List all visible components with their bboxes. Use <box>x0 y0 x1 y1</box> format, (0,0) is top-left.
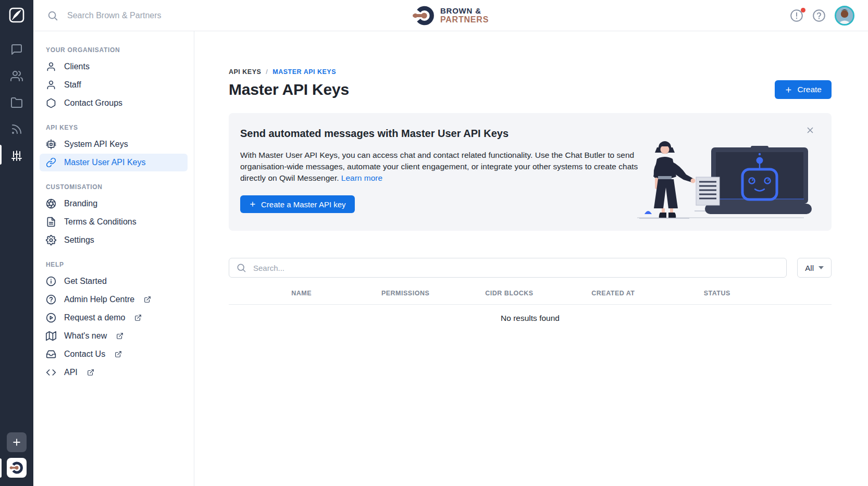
brand-text: BROWN & PARTNERS <box>440 7 489 24</box>
external-link-icon <box>134 314 142 321</box>
sidebar-item-staff[interactable]: Staff <box>40 76 188 94</box>
filter-row: All <box>229 258 832 278</box>
sidebar-item-admin-help-centre[interactable]: Admin Help Centre <box>40 291 188 308</box>
folder-icon[interactable] <box>10 96 23 109</box>
sidebar-item-label: Branding <box>64 199 97 208</box>
sidebar-item-whats-new[interactable]: What's new <box>40 327 188 345</box>
section-help: HELP Get Started Admin Help Centre Reque… <box>40 254 188 381</box>
main-content: API KEYS / MASTER API KEYS Master API Ke… <box>194 31 868 486</box>
create-master-api-key-button[interactable]: Create a Master API key <box>240 195 355 213</box>
chevron-down-icon <box>819 266 824 269</box>
play-circle-icon <box>46 313 56 323</box>
contacts-icon[interactable] <box>10 70 23 82</box>
brown-partners-org-icon[interactable] <box>7 458 27 478</box>
create-button-label: Create <box>797 85 822 94</box>
sidebar-item-label: Staff <box>64 80 81 90</box>
section-title: API KEYS <box>40 117 188 135</box>
brand-line1: BROWN & <box>440 7 489 15</box>
user-avatar[interactable] <box>835 6 854 26</box>
brand-logo[interactable]: BROWN & PARTNERS <box>413 4 489 27</box>
section-title: CUSTOMISATION <box>40 177 188 194</box>
sidebar-item-label: Request a demo <box>64 313 125 322</box>
column-permissions: PERMISSIONS <box>353 290 457 297</box>
search-icon <box>47 10 58 21</box>
cta-label: Create a Master API key <box>261 200 346 209</box>
gear-icon <box>46 235 56 245</box>
table-header: NAME PERMISSIONS CIDR BLOCKS CREATED AT … <box>229 290 832 305</box>
sidebar-item-label: API <box>64 368 78 377</box>
chat-bubble-icon[interactable] <box>10 43 23 56</box>
sidebar-item-branding[interactable]: Branding <box>40 195 188 213</box>
qwil-quill-logo-icon[interactable] <box>7 5 27 25</box>
create-button[interactable]: Create <box>775 80 832 99</box>
right-column: BROWN & PARTNERS <box>33 0 868 486</box>
section-customisation: CUSTOMISATION Branding Terms & Condition… <box>40 177 188 249</box>
top-header: BROWN & PARTNERS <box>33 0 868 31</box>
alerts-button[interactable] <box>790 9 803 22</box>
learn-more-link[interactable]: Learn more <box>341 173 382 182</box>
sidebar-item-api[interactable]: API <box>40 364 188 381</box>
map-icon <box>46 331 56 341</box>
hexagon-icon <box>46 98 56 108</box>
sidebar-item-clients[interactable]: Clients <box>40 58 188 76</box>
sidebar-item-label: Contact Groups <box>64 98 122 108</box>
external-link-icon <box>115 351 122 358</box>
column-cidr-blocks: CIDR BLOCKS <box>457 290 561 297</box>
file-text-icon <box>46 217 56 227</box>
close-icon[interactable] <box>805 126 815 135</box>
external-link-icon <box>87 369 94 376</box>
sidebar-item-contact-us[interactable]: Contact Us <box>40 345 188 363</box>
external-link-icon <box>144 296 151 303</box>
sidebar-item-terms-conditions[interactable]: Terms & Conditions <box>40 213 188 231</box>
sidebar-item-label: What's new <box>64 331 107 341</box>
plus-icon <box>249 201 256 208</box>
table-search[interactable] <box>229 258 787 278</box>
header-actions <box>790 6 854 26</box>
sidebar-item-system-api-keys[interactable]: System API Keys <box>40 135 188 153</box>
sidebar-item-label: Clients <box>64 62 90 71</box>
section-title: YOUR ORGANISATION <box>40 40 188 57</box>
page-head: Master API Keys Create <box>229 80 832 99</box>
banner-title: Send automated messages with Master User… <box>240 128 815 140</box>
empty-state-message: No results found <box>229 314 832 323</box>
plus-icon <box>785 86 792 94</box>
global-search-input[interactable] <box>66 10 234 21</box>
banner-body: With Master User API Keys, you can acces… <box>240 149 654 184</box>
sidebar-item-settings[interactable]: Settings <box>40 231 188 249</box>
body-region: YOUR ORGANISATION Clients Staff Contact … <box>33 31 868 486</box>
table-search-input[interactable] <box>252 263 779 273</box>
link-icon <box>46 157 56 168</box>
scope-filter-label: All <box>805 264 814 272</box>
sidebar-item-get-started[interactable]: Get Started <box>40 272 188 290</box>
column-status: STATUS <box>665 290 769 297</box>
code-icon <box>46 367 56 378</box>
sidebar-item-label: Admin Help Centre <box>64 295 134 304</box>
help-button[interactable] <box>812 9 826 22</box>
sidebar-item-request-a-demo[interactable]: Request a demo <box>40 309 188 327</box>
cpu-icon <box>46 139 56 149</box>
sidebar-item-master-user-api-keys[interactable]: Master User API Keys <box>40 154 188 171</box>
user-icon <box>46 61 56 72</box>
global-search[interactable] <box>47 10 234 21</box>
page-title: Master API Keys <box>229 81 349 98</box>
sidebar-item-label: Master User API Keys <box>64 158 146 167</box>
section-your-organisation: YOUR ORGANISATION Clients Staff Contact … <box>40 40 188 112</box>
new-chat-button[interactable] <box>7 432 27 452</box>
scope-filter-dropdown[interactable]: All <box>797 258 832 278</box>
active-rail-indicator <box>0 145 2 165</box>
sidebar-item-label: Settings <box>64 235 94 245</box>
icon-rail <box>0 0 33 486</box>
sidebar-item-label: Contact Us <box>64 350 105 359</box>
breadcrumb-master-api-keys[interactable]: MASTER API KEYS <box>272 68 336 76</box>
breadcrumb: API KEYS / MASTER API KEYS <box>229 68 832 76</box>
unread-alert-dot <box>801 8 805 13</box>
sidebar-item-contact-groups[interactable]: Contact Groups <box>40 94 188 112</box>
activity-feed-icon[interactable] <box>10 123 23 135</box>
sidebar-item-label: Get Started <box>64 277 107 286</box>
breadcrumb-api-keys[interactable]: API KEYS <box>229 68 261 76</box>
admin-sliders-icon[interactable] <box>10 149 23 162</box>
promo-banner: Send automated messages with Master User… <box>229 113 832 231</box>
sidebar-item-label: Terms & Conditions <box>64 217 137 227</box>
aperture-icon <box>46 198 56 209</box>
rail-nav <box>10 43 23 162</box>
